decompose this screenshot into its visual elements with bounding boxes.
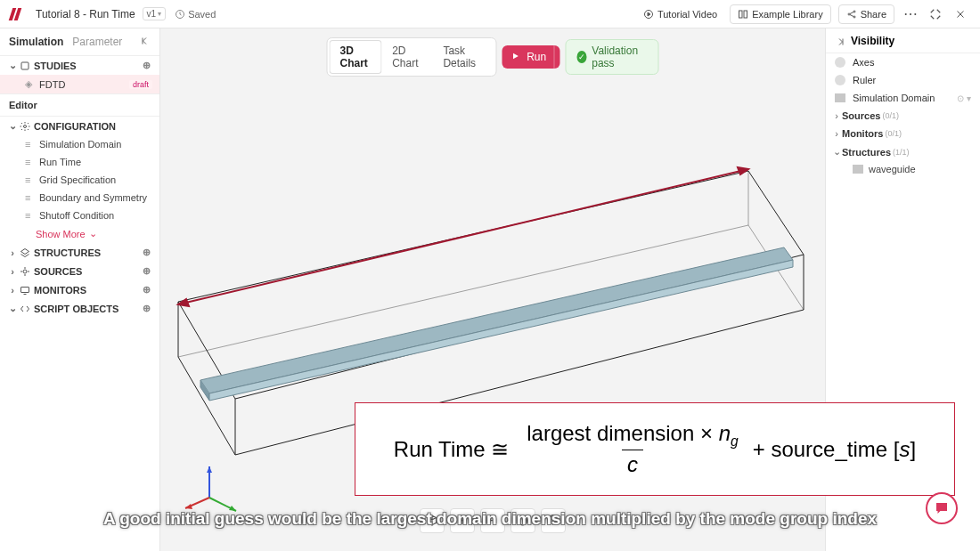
chevron-down-icon: ⌄: [7, 303, 18, 314]
list-icon: ≡: [25, 174, 37, 185]
collapse-left-icon: [140, 36, 151, 46]
fullscreen-toggle-button[interactable]: [927, 5, 944, 23]
study-fdtd[interactable]: ◈ FDTD draft: [0, 75, 159, 93]
visibility-simulation-domain[interactable]: Simulation Domain⊙ ▾: [826, 89, 980, 107]
save-status: Saved: [175, 9, 216, 20]
layer-icon: [835, 93, 845, 102]
zoom-in-button[interactable]: +: [450, 508, 475, 533]
tutorial-video-link[interactable]: Tutorial Video: [638, 5, 723, 23]
share-button[interactable]: Share: [838, 4, 894, 24]
config-boundary-symmetry[interactable]: ≡Boundary and Symmetry: [0, 189, 159, 207]
axis-gizmo[interactable]: [178, 462, 241, 515]
gear-icon: [18, 121, 32, 132]
visibility-structures[interactable]: ⌄Structures(1/1): [826, 142, 980, 161]
chevron-right-icon: ›: [831, 128, 842, 139]
config-simulation-domain[interactable]: ≡Simulation Domain: [0, 135, 159, 153]
chevron-down-icon: ▾: [158, 10, 161, 18]
chevron-right-icon: ›: [7, 285, 18, 296]
add-source-button[interactable]: ⊕: [140, 265, 152, 277]
close-button[interactable]: [951, 5, 969, 23]
section-script-objects[interactable]: ⌄ SCRIPT OBJECTS ⊕: [0, 299, 159, 318]
config-run-time[interactable]: ≡Run Time: [0, 153, 159, 171]
svg-point-5: [853, 11, 855, 12]
settings-icon[interactable]: ⊙ ▾: [957, 93, 971, 103]
section-studies[interactable]: ⌄ STUDIES ⊕: [0, 56, 159, 75]
play-circle-icon: [643, 9, 654, 20]
list-icon: ≡: [25, 157, 37, 167]
cube-icon: [426, 515, 438, 527]
show-more-link[interactable]: Show More⌄: [0, 224, 159, 243]
visibility-axes[interactable]: Axes: [826, 53, 980, 71]
more-options-button[interactable]: ⋯: [902, 5, 919, 23]
chevron-right-icon: ›: [831, 110, 842, 121]
app-logo: [11, 8, 29, 20]
share-icon: [846, 9, 857, 20]
formula-overlay: Run Time ≅ largest dimension × ng c + so…: [355, 402, 955, 496]
layer-icon: [853, 165, 863, 174]
plus-icon: +: [458, 513, 466, 529]
minus-icon: −: [488, 513, 496, 529]
svg-rect-3: [744, 11, 747, 18]
svg-rect-7: [21, 62, 29, 69]
zoom-out-button[interactable]: −: [480, 508, 505, 533]
chevron-down-icon: ⌄: [7, 120, 18, 132]
tab-simulation[interactable]: Simulation: [9, 36, 63, 48]
svg-rect-10: [21, 287, 29, 292]
visibility-monitors[interactable]: ›Monitors(0/1): [826, 125, 980, 142]
list-icon: ≡: [25, 192, 37, 203]
studies-icon: [18, 61, 32, 71]
help-button[interactable]: ?: [541, 508, 566, 533]
script-icon: [18, 304, 32, 314]
toggle-icon: [835, 75, 845, 85]
visibility-waveguide[interactable]: waveguide: [826, 161, 980, 177]
section-monitors[interactable]: › MONITORS ⊕: [0, 280, 159, 299]
add-monitor-button[interactable]: ⊕: [140, 284, 152, 296]
draft-badge: draft: [129, 80, 152, 89]
library-icon: [738, 9, 748, 20]
section-sources[interactable]: › SOURCES ⊕: [0, 262, 159, 280]
list-icon: ≡: [25, 210, 37, 221]
close-icon: [955, 9, 966, 20]
structures-icon: [18, 247, 32, 258]
reset-view-button[interactable]: [510, 508, 535, 533]
visibility-heading: Visibility: [851, 35, 894, 47]
section-structures[interactable]: › STRUCTURES ⊕: [0, 243, 159, 262]
toggle-icon: [835, 57, 845, 68]
add-structure-button[interactable]: ⊕: [140, 247, 152, 258]
section-configuration[interactable]: ⌄ CONFIGURATION: [0, 117, 159, 135]
question-icon: ?: [550, 513, 558, 529]
view-cube-button[interactable]: [420, 508, 445, 533]
sidebar-expand-button[interactable]: [835, 34, 845, 47]
document-title: Tutorial 8 - Run Time: [36, 8, 135, 20]
svg-point-8: [24, 125, 27, 127]
svg-point-9: [23, 270, 27, 273]
config-grid-specification[interactable]: ≡Grid Specification: [0, 171, 159, 189]
svg-rect-2: [739, 11, 743, 18]
tab-parameter[interactable]: Parameter: [72, 36, 122, 48]
chevron-right-icon: ›: [7, 266, 18, 277]
version-selector[interactable]: v1▾: [143, 7, 167, 20]
collapse-right-icon: [835, 36, 845, 47]
visibility-sources[interactable]: ›Sources(0/1): [826, 107, 980, 125]
svg-point-4: [848, 13, 850, 15]
refresh-icon: [517, 515, 529, 527]
add-study-button[interactable]: ⊕: [140, 60, 152, 71]
chevron-down-icon: ⌄: [831, 146, 842, 158]
visibility-ruler[interactable]: Ruler: [826, 71, 980, 89]
list-icon: ≡: [25, 139, 37, 150]
monitors-icon: [18, 285, 32, 296]
editor-heading: Editor: [0, 93, 159, 117]
svg-point-6: [853, 16, 855, 18]
example-library-button[interactable]: Example Library: [730, 4, 830, 24]
chevron-right-icon: ›: [7, 247, 18, 258]
node-icon: ◈: [25, 78, 37, 90]
chat-icon: [934, 500, 950, 516]
chevron-down-icon: ⌄: [7, 60, 18, 71]
chevron-down-icon: ⌄: [89, 228, 97, 239]
feedback-button[interactable]: [926, 492, 958, 524]
add-script-button[interactable]: ⊕: [140, 303, 152, 314]
sidebar-collapse-button[interactable]: [140, 34, 151, 50]
clock-icon: [175, 9, 185, 20]
config-shutoff-condition[interactable]: ≡Shutoff Condition: [0, 207, 159, 224]
collapse-icon: [929, 8, 942, 20]
